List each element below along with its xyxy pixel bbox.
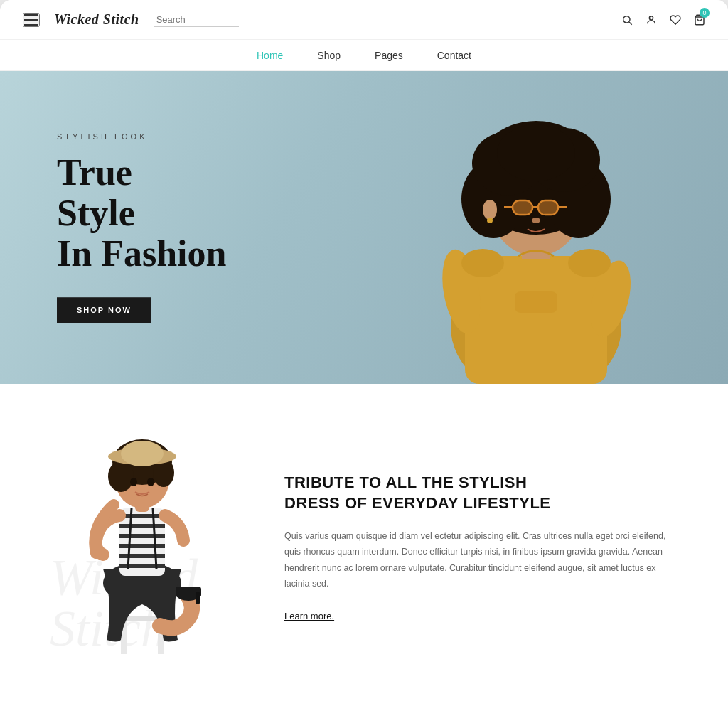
svg-rect-41 bbox=[119, 544, 165, 548]
svg-point-0 bbox=[623, 16, 630, 23]
nav-item-home[interactable]: Home bbox=[257, 50, 283, 61]
about-title: Tribute To All The Stylish Dress Of Ever… bbox=[284, 473, 671, 513]
user-account-button[interactable] bbox=[646, 12, 657, 27]
hero-model-image bbox=[401, 71, 671, 384]
nav-item-pages[interactable]: Pages bbox=[375, 50, 403, 61]
about-content: Tribute To All The Stylish Dress Of Ever… bbox=[284, 473, 671, 621]
about-section: WickedStitch bbox=[0, 384, 728, 711]
svg-rect-17 bbox=[539, 201, 557, 214]
nav-item-shop[interactable]: Shop bbox=[317, 50, 341, 61]
svg-point-21 bbox=[532, 218, 540, 223]
hero-section: Stylish Look True Style In Fashion Shop … bbox=[0, 71, 728, 384]
svg-point-52 bbox=[121, 441, 164, 466]
svg-rect-36 bbox=[196, 592, 200, 604]
shop-now-button[interactable]: Shop Now bbox=[57, 297, 151, 323]
svg-point-22 bbox=[483, 200, 497, 220]
svg-point-28 bbox=[568, 249, 611, 277]
logo: Wicked Stitch bbox=[54, 11, 139, 28]
svg-rect-40 bbox=[119, 534, 165, 538]
header-right: 0 bbox=[621, 12, 705, 27]
cart-button[interactable]: 0 bbox=[694, 12, 705, 27]
hero-subtitle: Stylish Look bbox=[57, 132, 226, 141]
svg-rect-42 bbox=[119, 554, 165, 558]
svg-rect-16 bbox=[513, 201, 532, 214]
hamburger-menu-button[interactable] bbox=[23, 13, 40, 27]
about-image-wrapper: WickedStitch bbox=[57, 427, 242, 668]
trending-section: Trending Collections Our featured items … bbox=[0, 711, 728, 728]
svg-rect-39 bbox=[119, 524, 165, 528]
svg-point-2 bbox=[649, 16, 653, 20]
svg-line-1 bbox=[629, 22, 632, 25]
svg-point-13 bbox=[497, 124, 575, 181]
header-left: Wicked Stitch bbox=[23, 11, 239, 28]
search-input[interactable] bbox=[154, 13, 239, 27]
about-body-text: Quis varius quam quisque id diam vel ect… bbox=[284, 528, 671, 592]
hero-title: True Style In Fashion bbox=[57, 152, 226, 274]
header: Wicked Stitch bbox=[0, 0, 728, 40]
svg-point-53 bbox=[130, 478, 137, 486]
device-frame: Wicked Stitch bbox=[0, 0, 728, 728]
search-icon-button[interactable] bbox=[621, 12, 633, 27]
main-navigation: Home Shop Pages Contact bbox=[0, 40, 728, 71]
cart-badge: 0 bbox=[700, 8, 710, 18]
svg-point-49 bbox=[108, 461, 134, 492]
svg-point-23 bbox=[487, 218, 493, 223]
svg-rect-38 bbox=[119, 514, 165, 518]
hero-content: Stylish Look True Style In Fashion Shop … bbox=[57, 132, 226, 323]
svg-point-54 bbox=[147, 478, 154, 486]
svg-rect-43 bbox=[119, 564, 165, 568]
svg-rect-24 bbox=[515, 291, 557, 313]
learn-more-link[interactable]: Learn more. bbox=[284, 611, 334, 621]
nav-item-contact[interactable]: Contact bbox=[437, 50, 471, 61]
wishlist-button[interactable] bbox=[670, 12, 681, 27]
svg-point-27 bbox=[461, 249, 504, 277]
